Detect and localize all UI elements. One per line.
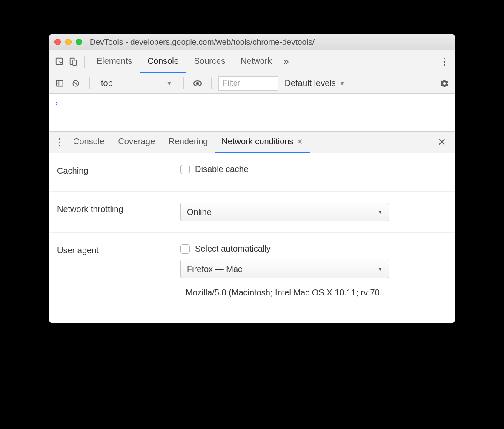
drawer-tab-rendering[interactable]: Rendering <box>162 131 215 153</box>
tab-sources[interactable]: Sources <box>186 50 233 73</box>
separator <box>183 77 184 89</box>
separator <box>433 56 433 68</box>
user-agent-value: Firefox — Mac <box>187 264 242 274</box>
context-value: top <box>101 78 113 88</box>
caret-down-icon: ▼ <box>378 266 383 272</box>
context-select[interactable]: top ▼ <box>97 78 177 88</box>
network-conditions-panel: Caching Disable cache Network throttling… <box>49 153 455 323</box>
user-agent-string: Mozilla/5.0 (Macintosh; Intel Mac OS X 1… <box>186 288 447 297</box>
tab-label: Sources <box>194 56 225 66</box>
caching-row: Caching Disable cache <box>49 153 455 192</box>
caret-down-icon: ▼ <box>378 209 383 215</box>
select-automatically-checkbox[interactable] <box>180 244 190 254</box>
drawer-tab-network-conditions[interactable]: Network conditions ✕ <box>215 131 310 153</box>
throttling-select[interactable]: Online ▼ <box>180 203 389 221</box>
separator <box>84 56 85 68</box>
main-tabs-row: Elements Console Sources Network » ⋮ <box>49 50 455 73</box>
disable-cache-label: Disable cache <box>195 164 249 174</box>
levels-select[interactable]: Default levels ▼ <box>281 78 349 88</box>
console-toolbar: top ▼ Default levels ▼ <box>49 73 455 94</box>
user-agent-label: User agent <box>57 244 180 255</box>
clear-console-icon[interactable] <box>69 77 83 90</box>
svg-line-6 <box>74 81 77 85</box>
tab-label: Console <box>73 137 104 146</box>
user-agent-select[interactable]: Firefox — Mac ▼ <box>180 260 389 278</box>
close-window-button[interactable] <box>54 39 61 45</box>
drawer-menu-kebab-icon[interactable]: ⋮ <box>53 135 66 149</box>
throttling-row: Network throttling Online ▼ <box>49 192 455 233</box>
separator <box>89 77 90 89</box>
console-body[interactable]: › <box>49 94 455 131</box>
tab-label: Network conditions <box>221 137 293 146</box>
user-agent-row: User agent Select automatically Firefox … <box>49 233 455 323</box>
titlebar: DevTools - developers.google.com/web/too… <box>49 34 455 50</box>
more-tabs-chevron-icon[interactable]: » <box>280 56 293 67</box>
inspect-element-icon[interactable] <box>53 55 66 69</box>
disable-cache-checkbox[interactable] <box>180 165 190 174</box>
levels-value: Default levels <box>285 78 336 88</box>
svg-rect-2 <box>73 60 76 65</box>
tab-console[interactable]: Console <box>140 50 186 73</box>
tab-network[interactable]: Network <box>233 50 279 73</box>
throttling-value: Online <box>187 207 212 217</box>
separator <box>211 77 212 89</box>
filter-input[interactable] <box>218 76 278 91</box>
drawer-tab-coverage[interactable]: Coverage <box>111 131 162 153</box>
select-automatically-label: Select automatically <box>195 244 271 254</box>
console-prompt-icon: › <box>55 99 58 107</box>
window-title: DevTools - developers.google.com/web/too… <box>90 37 315 47</box>
traffic-lights <box>54 39 82 45</box>
device-toggle-icon[interactable] <box>66 55 80 69</box>
drawer-tab-console[interactable]: Console <box>66 131 111 153</box>
caret-down-icon: ▼ <box>166 80 172 87</box>
main-menu-kebab-icon[interactable]: ⋮ <box>438 55 451 69</box>
caret-down-icon: ▼ <box>339 80 345 87</box>
tab-close-icon[interactable]: ✕ <box>297 137 303 146</box>
tab-label: Elements <box>97 56 132 66</box>
live-expression-icon[interactable] <box>191 77 204 90</box>
drawer-close-icon[interactable]: ✕ <box>432 136 451 148</box>
show-console-sidebar-icon[interactable] <box>53 77 66 90</box>
devtools-window: DevTools - developers.google.com/web/too… <box>49 34 455 323</box>
tab-elements[interactable]: Elements <box>89 50 140 73</box>
tab-label: Coverage <box>118 137 155 146</box>
minimize-window-button[interactable] <box>65 39 72 45</box>
tab-label: Rendering <box>169 137 208 146</box>
caching-label: Caching <box>57 164 180 176</box>
svg-point-8 <box>196 82 199 85</box>
tab-label: Console <box>147 56 178 66</box>
throttling-label: Network throttling <box>57 203 180 214</box>
tab-label: Network <box>241 56 272 66</box>
console-settings-gear-icon[interactable] <box>438 77 451 90</box>
drawer-tabs-row: ⋮ Console Coverage Rendering Network con… <box>49 131 455 153</box>
zoom-window-button[interactable] <box>76 39 82 45</box>
